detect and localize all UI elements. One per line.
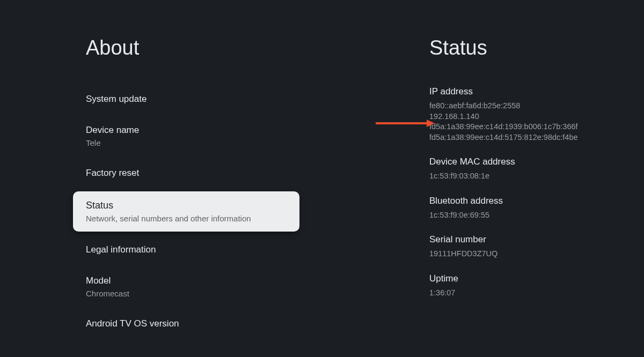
- menu-item-title: Device name: [86, 125, 322, 136]
- status-value: fe80::aebf:fa6d:b25e:2558 192.168.1.140 …: [429, 101, 612, 143]
- status-value: 1c:53:f9:0e:69:55: [429, 210, 612, 221]
- menu-item-title: Android TV OS version: [86, 318, 322, 329]
- menu-item-title: Factory reset: [86, 168, 322, 178]
- status-label: Uptime: [429, 273, 612, 284]
- menu-item-model[interactable]: Model Chromecast: [86, 268, 322, 306]
- status-mac-address: Device MAC address 1c:53:f9:03:08:1e: [429, 157, 612, 182]
- status-label: Serial number: [429, 234, 612, 245]
- menu-item-device-name[interactable]: Device name Tele: [86, 117, 322, 155]
- status-value: 1:36:07: [429, 288, 612, 299]
- menu-item-factory-reset[interactable]: Factory reset: [86, 160, 322, 186]
- status-panel: Status IP address fe80::aebf:fa6d:b25e:2…: [322, 0, 644, 357]
- status-title: Status: [429, 36, 612, 59]
- ip-line: fd5a:1a38:99ee:c14d:5175:812e:98dc:f4be: [429, 132, 612, 143]
- status-label: Bluetooth address: [429, 196, 612, 206]
- about-panel: About System update Device name Tele Fac…: [0, 0, 322, 357]
- status-value: 19111HFDD3Z7UQ: [429, 249, 612, 259]
- menu-item-android-tv-os-version[interactable]: Android TV OS version: [86, 311, 322, 337]
- menu-item-status[interactable]: Status Network, serial numbers and other…: [73, 191, 299, 232]
- status-serial-number: Serial number 19111HFDD3Z7UQ: [429, 234, 612, 259]
- about-title: About: [86, 36, 322, 59]
- menu-item-subtitle: Tele: [86, 138, 322, 147]
- status-label: IP address: [429, 86, 612, 97]
- status-uptime: Uptime 1:36:07: [429, 273, 612, 299]
- ip-line: 192.168.1.140: [429, 111, 612, 122]
- status-value: 1c:53:f9:03:08:1e: [429, 171, 612, 182]
- menu-item-title: Status: [86, 200, 287, 211]
- ip-line: fe80::aebf:fa6d:b25e:2558: [429, 101, 612, 111]
- menu-item-system-update[interactable]: System update: [86, 86, 322, 112]
- status-bluetooth-address: Bluetooth address 1c:53:f9:0e:69:55: [429, 196, 612, 221]
- menu-item-subtitle: Network, serial numbers and other inform…: [86, 214, 287, 223]
- ip-line: fd5a:1a38:99ee:c14d:1939:b006:1c7b:366f: [429, 122, 612, 132]
- menu-item-title: Legal information: [86, 244, 322, 255]
- menu-item-subtitle: Chromecast: [86, 289, 322, 298]
- menu-item-title: System update: [86, 94, 322, 105]
- menu-item-legal-information[interactable]: Legal information: [86, 237, 322, 263]
- status-ip-address: IP address fe80::aebf:fa6d:b25e:2558 192…: [429, 86, 612, 143]
- status-label: Device MAC address: [429, 157, 612, 167]
- menu-item-title: Model: [86, 276, 322, 286]
